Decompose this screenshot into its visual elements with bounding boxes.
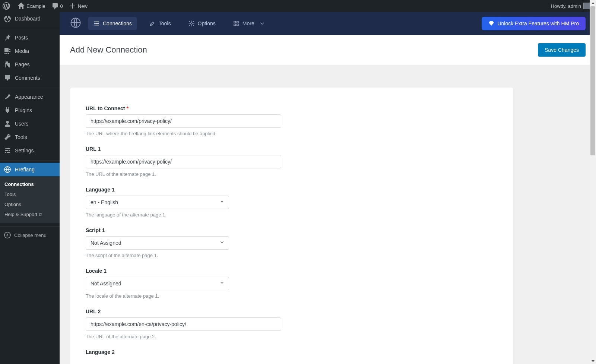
pin-icon	[4, 34, 11, 41]
separator	[0, 86, 60, 88]
sidebar-item-comments[interactable]: Comments	[0, 71, 60, 85]
select-language1[interactable]	[86, 196, 229, 209]
sidebar-item-hreflang[interactable]: Hreflang	[0, 163, 60, 176]
sidebar-label-tools: Tools	[15, 134, 27, 140]
submenu-connections[interactable]: Connections	[0, 179, 60, 189]
submenu-help-label: Help & Support	[4, 212, 37, 217]
scroll-up-button[interactable]	[590, 0, 596, 6]
avatar	[583, 3, 590, 9]
separator	[0, 27, 60, 29]
sidebar-label-settings: Settings	[15, 148, 34, 153]
tab-more-label: More	[242, 20, 254, 26]
chevron-down-icon	[259, 20, 266, 27]
field-url-to-connect: URL to Connect * The URL where the hrefl…	[86, 105, 498, 136]
input-url2[interactable]	[86, 317, 281, 331]
browser-scrollbar[interactable]	[590, 0, 596, 364]
input-url-to-connect[interactable]	[86, 114, 281, 128]
admin-sidebar: Dashboard Posts Media Pages Comments	[0, 12, 60, 364]
page-title: Add New Connection	[70, 45, 147, 55]
unlock-pro-button[interactable]: Unlock Extra Features with HM Pro	[482, 17, 586, 30]
sidebar-item-dashboard[interactable]: Dashboard	[0, 12, 60, 25]
unlock-label: Unlock Extra Features with HM Pro	[497, 20, 579, 26]
sidebar-item-users[interactable]: Users	[0, 117, 60, 130]
help-url2: The URL of the alternate page 2.	[86, 334, 498, 339]
scroll-thumb[interactable]	[590, 6, 595, 155]
gear-icon	[188, 20, 195, 27]
label-script1: Script 1	[86, 227, 498, 233]
dashboard-icon	[4, 15, 11, 22]
submenu-tools[interactable]: Tools	[0, 189, 60, 199]
help-script1: The script of the alternate page 1.	[86, 253, 498, 258]
label-url1: URL 1	[86, 146, 498, 152]
field-language2: Language 2	[86, 349, 498, 355]
plugin-top-bar: Connections Tools Options More	[60, 12, 596, 35]
svg-point-3	[190, 23, 192, 25]
sidebar-label-appearance: Appearance	[15, 94, 43, 100]
form-scroll[interactable]: URL to Connect * The URL where the hrefl…	[60, 65, 596, 364]
separator	[0, 159, 60, 161]
new-link[interactable]: New	[66, 0, 91, 12]
sidebar-item-settings[interactable]: Settings	[0, 144, 60, 157]
help-language1: The language of the alternate page 1.	[86, 212, 498, 218]
collapse-label: Collapse menu	[14, 232, 47, 238]
sidebar-item-appearance[interactable]: Appearance	[0, 90, 60, 104]
svg-rect-6	[234, 24, 236, 26]
wrench-icon	[4, 133, 11, 141]
label-language1: Language 1	[86, 187, 498, 193]
tab-connections-label: Connections	[103, 20, 132, 26]
globe-icon	[4, 166, 11, 173]
select-locale1[interactable]	[86, 277, 229, 290]
sidebar-item-pages[interactable]: Pages	[0, 58, 60, 71]
sidebar-item-posts[interactable]: Posts	[0, 31, 60, 44]
plugin-logo	[70, 17, 81, 30]
sidebar-label-posts: Posts	[15, 35, 28, 41]
collapse-menu[interactable]: Collapse menu	[0, 228, 60, 242]
label-locale1: Locale 1	[86, 268, 498, 274]
svg-rect-7	[237, 24, 238, 26]
diamond-icon	[488, 20, 494, 26]
label-url-to-connect: URL to Connect *	[86, 105, 498, 111]
sidebar-item-plugins[interactable]: Plugins	[0, 104, 60, 117]
scroll-down-button[interactable]	[590, 358, 596, 364]
tab-more[interactable]: More	[228, 17, 271, 30]
save-button[interactable]: Save Changes	[538, 43, 586, 57]
submenu-options[interactable]: Options	[0, 199, 60, 209]
content-area: Connections Tools Options More	[60, 12, 596, 364]
sidebar-item-tools[interactable]: Tools	[0, 130, 60, 144]
sidebar-item-media[interactable]: Media	[0, 44, 60, 58]
tab-tools[interactable]: Tools	[144, 17, 176, 30]
svg-rect-4	[234, 21, 236, 23]
wp-logo[interactable]	[0, 0, 15, 12]
sidebar-submenu: Connections Tools Options Help & Support…	[0, 176, 60, 223]
tools-icon	[149, 20, 156, 27]
wp-admin-bar: Example 0 New Howdy, admin	[0, 0, 596, 12]
new-label: New	[78, 3, 88, 9]
help-url1: The URL of the alternate page 1.	[86, 171, 498, 177]
viewport: Example 0 New Howdy, admin Dashboard	[0, 0, 596, 364]
field-url1: URL 1 The URL of the alternate page 1.	[86, 146, 498, 177]
sidebar-label-comments: Comments	[15, 75, 40, 81]
tab-options[interactable]: Options	[183, 17, 221, 30]
label-url2: URL 2	[86, 308, 498, 314]
pages-icon	[4, 61, 11, 68]
site-name-link[interactable]: Example	[15, 0, 48, 12]
field-url2: URL 2 The URL of the alternate page 2.	[86, 308, 498, 339]
tab-options-label: Options	[198, 20, 216, 26]
home-icon	[18, 2, 25, 10]
account-link[interactable]: Howdy, admin	[548, 0, 593, 12]
input-url1[interactable]	[86, 155, 281, 168]
help-locale1: The locale of the alternate page 1.	[86, 293, 498, 299]
submenu-help[interactable]: Help & Support⧉	[0, 209, 60, 220]
user-icon	[4, 120, 11, 127]
select-script1[interactable]	[86, 236, 229, 250]
separator	[0, 225, 60, 227]
tab-connections[interactable]: Connections	[88, 17, 137, 30]
sidebar-label-dashboard: Dashboard	[15, 16, 41, 22]
comments-link[interactable]: 0	[48, 0, 66, 12]
globe-icon	[70, 17, 81, 28]
wordpress-icon	[3, 2, 10, 10]
svg-point-1	[4, 232, 10, 238]
form-card: URL to Connect * The URL where the hrefl…	[70, 88, 513, 364]
svg-rect-5	[237, 21, 238, 23]
label-language2: Language 2	[86, 349, 498, 355]
